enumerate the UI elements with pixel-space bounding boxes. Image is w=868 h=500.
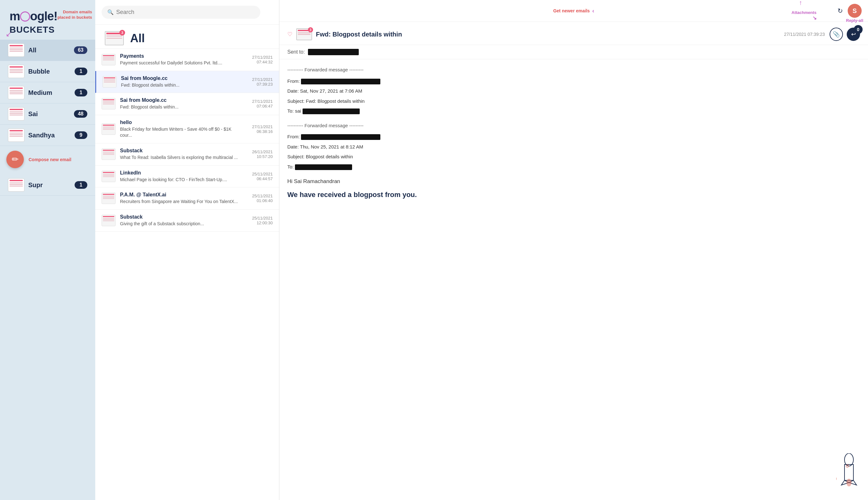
to-row-2: To:	[287, 163, 860, 171]
bucket-thumb	[8, 107, 24, 121]
email-time: 27/11/202107:44:32	[247, 55, 273, 65]
detail-topbar: Get newer emails ‹ Get newer emails ↑ ↻ …	[279, 0, 868, 22]
sidebar-item-all[interactable]: All 63	[0, 39, 95, 61]
bucket-thumb	[8, 65, 24, 78]
search-input[interactable]	[116, 9, 255, 15]
email-meta: LinkedIn Michael Page is looking for: CT…	[120, 170, 243, 183]
email-list: Payments Payment successful for Dailydel…	[95, 49, 279, 500]
email-thumbnail	[102, 215, 115, 226]
subject-row-2: Subject: Blogpost details within	[287, 152, 860, 161]
bucket-badge-all: 63	[74, 46, 87, 54]
email-meta: Payments Payment successful for Dailydel…	[120, 53, 243, 66]
email-row-selected[interactable]: Sai from Moogle.cc Fwd: Blogpost details…	[95, 71, 279, 93]
email-row[interactable]: Sai from Moogle.cc Fwd: Blogpost details…	[95, 93, 279, 115]
forwarded-section-2: ---------- Forwarded message --------- F…	[287, 122, 860, 171]
get-newer-annotation: Get newer emails ↑	[783, 0, 817, 6]
user-avatar[interactable]: S	[848, 4, 862, 18]
email-sender: P.A.M. @ TalentX.ai	[120, 192, 243, 198]
sidebar-item-sandhya[interactable]: Sandhya 9	[0, 125, 95, 146]
bucket-list: All 63 Bubble 1 Medium 1 Sai 48 Sandhya …	[0, 39, 95, 500]
email-row[interactable]: Substack What To Read: Isabella Silvers …	[95, 144, 279, 166]
search-icon: 🔍	[107, 9, 114, 15]
email-row[interactable]: P.A.M. @ TalentX.ai Recruiters from Sing…	[95, 188, 279, 210]
email-sender: hello	[120, 120, 243, 125]
all-header-icon: 3	[105, 31, 124, 45]
email-thumbnail	[102, 171, 115, 182]
email-meta: Substack Giving the gift of a Substack s…	[120, 214, 243, 227]
email-row[interactable]: Payments Payment successful for Dailydel…	[95, 49, 279, 71]
email-sender: LinkedIn	[120, 170, 243, 176]
email-sender: Payments	[120, 53, 243, 59]
email-meta: hello Black Friday for Medium Writers - …	[120, 120, 243, 139]
email-thumbnail	[102, 123, 115, 135]
bucket-name-bubble: Bubble	[28, 68, 71, 75]
bucket-thumb	[8, 178, 24, 192]
from-value-2	[301, 134, 380, 140]
sidebar: mogle! Domain emails placed in buckets B…	[0, 0, 95, 500]
email-row[interactable]: Substack Giving the gift of a Substack s…	[95, 210, 279, 232]
actions-wrap: Attachments ↘ Reply-all Notes Visible to…	[830, 27, 860, 41]
email-subject: Giving the gift of a Substack subscripti…	[120, 221, 243, 227]
reply-count-badge: 0	[854, 25, 863, 34]
email-sender: Sai from Moogle.cc	[120, 98, 243, 103]
email-meta: Sai from Moogle.cc Fwd: Blogpost details…	[120, 98, 243, 111]
email-subject: Payment successful for Dailydel Solution…	[120, 60, 243, 66]
from-value-1	[301, 79, 380, 84]
compose-label: Compose new email	[29, 157, 71, 162]
bucket-thumb	[8, 44, 24, 57]
reply-wrap: ↩ 0	[847, 27, 860, 41]
forwarded-divider-2: ---------- Forwarded message ---------	[287, 122, 860, 130]
email-time: 27/11/202107:39:23	[247, 77, 273, 87]
refresh-icon[interactable]: ↻	[837, 7, 843, 14]
email-meta: Substack What To Read: Isabella Silvers …	[120, 148, 243, 161]
compose-button[interactable]: ✏	[6, 151, 24, 168]
email-meta: Sai from Moogle.cc Fwd: Blogpost details…	[121, 76, 243, 89]
detail-header: ♡ 3 Fwd: Blogpost details within 27/11/2…	[279, 22, 868, 45]
email-time: 27/11/202106:38:16	[247, 124, 273, 134]
sidebar-item-supr[interactable]: Supr 1	[0, 174, 95, 196]
email-sender: Substack	[120, 214, 243, 220]
email-thumbnail	[102, 54, 115, 65]
all-label: All	[130, 32, 145, 45]
all-email-icon: 3	[105, 31, 124, 45]
email-meta: P.A.M. @ TalentX.ai Recruiters from Sing…	[120, 192, 243, 205]
email-time: 25/11/202101:06:40	[247, 194, 273, 203]
email-subject: What To Read: Isabella Silvers is explor…	[120, 155, 243, 161]
heart-icon: ♡	[287, 31, 292, 38]
get-newer-emails-left[interactable]: Get newer emails ‹	[553, 8, 594, 14]
sidebar-item-sai[interactable]: Sai 48	[0, 103, 95, 125]
buckets-title: BUCKETS	[0, 25, 95, 39]
email-sender: Sai from Moogle.cc	[121, 76, 243, 81]
email-thumbnail	[102, 193, 115, 204]
search-input-wrap[interactable]: 🔍	[102, 6, 260, 19]
email-thumbnail	[102, 98, 115, 110]
email-subject: Fwd: Blogpost details within...	[121, 82, 243, 89]
sidebar-item-bubble[interactable]: Bubble 1	[0, 61, 95, 82]
bucket-name-sandhya: Sandhya	[28, 132, 71, 139]
to-value-2	[295, 164, 352, 170]
bucket-badge-supr: 1	[75, 181, 87, 189]
date-row-1: Date: Sat, Nov 27, 2021 at 7:06 AM	[287, 87, 860, 95]
email-thumbnail	[102, 148, 115, 160]
domain-label: Domain emails placed in buckets	[51, 10, 92, 20]
all-header: 3 All	[95, 25, 279, 49]
email-subject: Recruiters from Singapore are Waiting Fo…	[120, 198, 243, 205]
sidebar-item-medium[interactable]: Medium 1	[0, 82, 95, 103]
reply-all-annotation: Reply-all	[846, 18, 863, 23]
detail-right-actions: 27/11/2021 07:39:23 Attachments ↘ Reply-…	[784, 27, 860, 41]
attachment-button[interactable]: 📎	[830, 27, 843, 41]
detail-subject: Fwd: Blogpost details within	[316, 31, 402, 38]
detail-title-row: ♡ 3 Fwd: Blogpost details within 27/11/2…	[287, 27, 860, 41]
bucket-name-supr: Supr	[28, 181, 71, 189]
bucket-name-sai: Sai	[28, 111, 70, 118]
email-time: 25/11/202106:44:57	[247, 172, 273, 181]
search-bar: 🔍	[95, 0, 279, 25]
from-row-2: From:	[287, 133, 860, 141]
svg-point-5	[846, 479, 852, 486]
bucket-thumb	[8, 128, 24, 142]
sent-to-label: Sent to:	[287, 49, 305, 55]
email-row[interactable]: LinkedIn Michael Page is looking for: CT…	[95, 166, 279, 188]
forwarded-divider-1: ---------- Forwarded message ---------	[287, 66, 860, 74]
email-row[interactable]: hello Black Friday for Medium Writers - …	[95, 115, 279, 144]
from-row-1: From:	[287, 77, 860, 86]
